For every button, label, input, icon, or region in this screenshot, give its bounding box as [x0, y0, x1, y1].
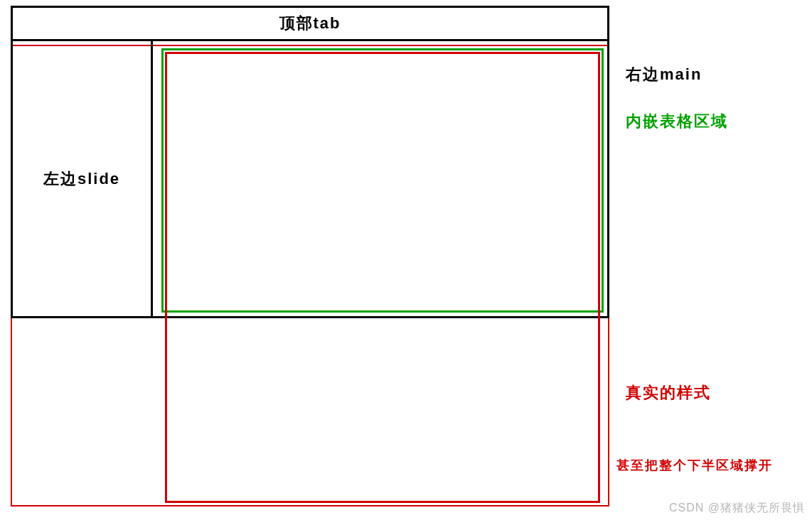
inner-table-area-label: 内嵌表格区域	[626, 111, 728, 132]
top-tab-region: 顶部tab	[11, 6, 609, 41]
left-slide-region: 左边slide	[11, 41, 153, 318]
right-main-label: 右边main	[626, 64, 702, 85]
layout-diagram: 顶部tab 左边slide 右边main 内嵌表格区域 真实的样式 甚至把整个下…	[11, 6, 800, 510]
real-style-outline	[165, 52, 600, 503]
real-style-label: 真实的样式	[626, 382, 711, 403]
watermark: CSDN @猪猪侠无所畏惧	[669, 501, 805, 516]
overflow-note-label: 甚至把整个下半区域撑开	[616, 457, 773, 474]
top-tab-label: 顶部tab	[279, 13, 341, 34]
left-slide-label: 左边slide	[43, 168, 120, 190]
